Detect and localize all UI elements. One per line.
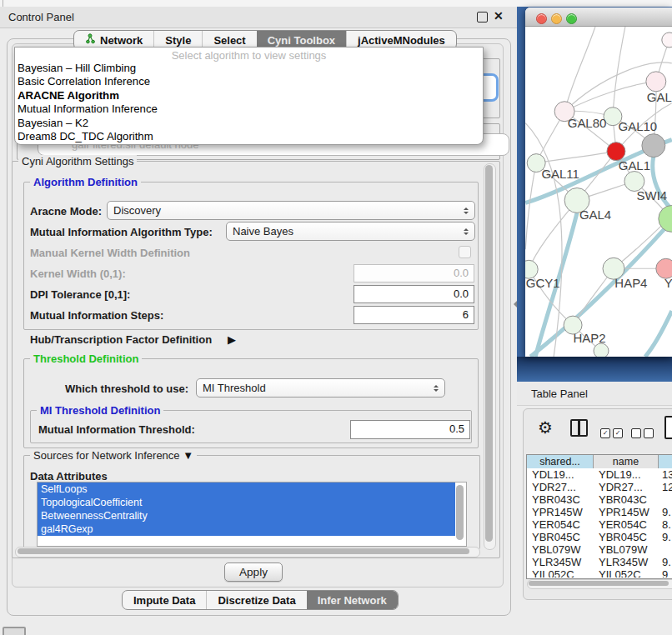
hub-expand-arrow-icon[interactable]: ▶: [228, 333, 236, 346]
which-threshold-label: Which threshold to use:: [65, 382, 188, 395]
close-button[interactable]: [536, 13, 547, 24]
network-node-gal[interactable]: [646, 72, 666, 92]
algorithm-item-basic-correlation-inference[interactable]: Basic Correlation Inference: [18, 75, 480, 88]
table-cell: YDL19...: [527, 468, 594, 481]
node-label-y: Y: [664, 276, 672, 290]
kernel-width-field[interactable]: 0.0: [354, 264, 474, 282]
network-edge[interactable]: [564, 27, 595, 112]
desktop-shade: [517, 357, 672, 382]
mi-type-label: Mutual Information Algorithm Type:: [30, 226, 213, 238]
algorithm-item-bayesian-hill-climbing[interactable]: Bayesian – Hill Climbing: [18, 62, 480, 75]
tab-infer-network[interactable]: Infer Network: [307, 591, 398, 609]
minimize-button[interactable]: [551, 13, 562, 24]
network-window-titlebar[interactable]: [525, 8, 672, 27]
network-node[interactable]: [642, 134, 665, 158]
table-row[interactable]: YDR27...YDR27...12: [527, 481, 672, 493]
column-header-a[interactable]: A: [659, 455, 672, 468]
column-header-name[interactable]: name: [594, 455, 659, 468]
node-table-body: YDL19...YDL19...13YDR27...YDR27...12YBR0…: [527, 468, 672, 578]
table-horizontal-scrollbar-thumb[interactable]: [529, 581, 669, 586]
network-edge[interactable]: [613, 27, 625, 117]
attribute-item-selfloops[interactable]: SelfLoops: [38, 482, 455, 496]
minimized-panel-icon[interactable]: [3, 627, 26, 635]
split-view-icon[interactable]: [570, 419, 588, 437]
zoom-button[interactable]: [566, 13, 577, 24]
table-cell: YBL079W: [594, 543, 659, 556]
app-root: Control Panel ✕ galFiltered.sif default …: [0, 0, 672, 635]
table-cell: YPR145W: [527, 506, 594, 518]
column-header-shared-[interactable]: shared...: [527, 455, 594, 468]
manual-kernel-checkbox[interactable]: [459, 246, 471, 258]
attribute-item-betweennesscentrality[interactable]: BetweennessCentrality: [38, 509, 455, 522]
tab-impute-data[interactable]: Impute Data: [123, 591, 206, 609]
sources-collapse-arrow-icon[interactable]: ▼: [183, 449, 193, 462]
attribute-item-gal4rgexp[interactable]: gal4RGexp: [38, 522, 455, 536]
network-canvas[interactable]: GALGAL80GAL10GAL1GAL11SWI4GAL4GCY1HAP4YH…: [525, 27, 672, 357]
data-attributes-list[interactable]: SelfLoopsTopologicalCoefficientBetweenne…: [37, 482, 467, 547]
table-row[interactable]: YDL19...YDL19...13: [527, 468, 672, 481]
table-row[interactable]: YBR045CYBR045C9.: [527, 531, 672, 543]
attributes-list-scrollbar-thumb[interactable]: [456, 485, 464, 540]
dpi-tolerance-label: DPI Tolerance [0,1]:: [30, 288, 130, 301]
tab-jactivemnodules-label: jActiveMNodules: [358, 34, 445, 47]
table-row[interactable]: YBL079WYBL079W: [527, 543, 672, 556]
algorithm-item-bayesian-k2[interactable]: Bayesian – K2: [18, 117, 480, 130]
table-cell: 12: [659, 481, 672, 493]
table-panel-titlebar: Table Panel: [517, 382, 672, 406]
settings-vertical-scrollbar-thumb[interactable]: [485, 165, 493, 542]
dpi-tolerance-field[interactable]: 0.0: [354, 285, 474, 303]
aracne-mode-label: Aracne Mode:: [30, 205, 102, 218]
which-threshold-combo[interactable]: MI Threshold: [196, 378, 445, 398]
stepper-arrows-icon: [464, 208, 469, 214]
table-cell: 13: [659, 468, 672, 481]
table-panel-title: Table Panel: [517, 388, 588, 400]
splitter-collapse-arrow-icon[interactable]: [510, 301, 517, 308]
table-row[interactable]: YLR345WYLR345W9.: [527, 556, 672, 568]
gear-icon[interactable]: ⚙: [538, 418, 553, 438]
table-row[interactable]: YPR145WYPR145W9.: [527, 506, 672, 518]
network-edge[interactable]: [564, 82, 656, 112]
table-cell: 9.: [659, 556, 672, 568]
kernel-width-label: Kernel Width (0,1):: [30, 268, 126, 280]
settings-horizontal-scrollbar-thumb[interactable]: [18, 548, 469, 554]
unchecked-columns-icon[interactable]: [631, 423, 654, 438]
stepper-arrows-icon: [464, 228, 469, 235]
node-label-gal11: GAL11: [541, 167, 579, 181]
mi-threshold-field[interactable]: 0.5: [350, 420, 470, 439]
table-row[interactable]: YIL052CYIL052C9: [527, 568, 672, 578]
table-row[interactable]: YBR043CYBR043C: [527, 493, 672, 506]
network-edge[interactable]: [525, 163, 536, 250]
aracne-mode-combo[interactable]: Discovery: [107, 201, 475, 220]
document-icon[interactable]: [664, 416, 672, 439]
top-strip-divider: [3, 0, 3, 7]
network-node[interactable]: [594, 343, 609, 357]
table-cell: YDR27...: [527, 481, 594, 493]
network-window[interactable]: GALGAL80GAL10GAL1GAL11SWI4GAL4GCY1HAP4YH…: [525, 8, 672, 357]
mi-type-value: Naive Bayes: [233, 225, 464, 238]
mi-type-combo[interactable]: Naive Bayes: [226, 222, 475, 241]
manual-kernel-label: Manual Kernel Width Definition: [30, 247, 190, 259]
algorithm-popup-placeholder: Select algorithm to view settings: [15, 49, 483, 62]
float-icon[interactable]: [477, 12, 488, 22]
table-row[interactable]: YER054CYER054C8.: [527, 518, 672, 531]
network-node[interactable]: [659, 205, 672, 232]
cyni-algorithm-settings-title: Cyni Algorithm Settings: [18, 155, 137, 168]
network-node[interactable]: [662, 32, 672, 48]
apply-button[interactable]: Apply: [224, 562, 283, 582]
network-edge[interactable]: [645, 311, 672, 357]
algorithm-item-mutual-information-inference[interactable]: Mutual Information Inference: [18, 102, 480, 116]
node-label-gal: GAL: [647, 90, 672, 104]
mi-threshold-label: Mutual Information Threshold:: [38, 423, 195, 436]
algorithm-item-aracne-algorithm[interactable]: ARACNE Algorithm: [18, 89, 480, 102]
hub-definition-label: Hub/Transcription Factor Definition: [30, 333, 212, 346]
attribute-item-topologicalcoefficient[interactable]: TopologicalCoefficient: [38, 496, 455, 509]
tab-select-label: Select: [213, 34, 245, 47]
aracne-mode-value: Discovery: [113, 204, 464, 217]
tab-style-label: Style: [165, 34, 191, 47]
tab-discretize-data[interactable]: Discretize Data: [206, 591, 306, 609]
checked-columns-icon[interactable]: ✓✓: [600, 423, 623, 438]
algorithm-item-dream8-dc-tdc-algorithm[interactable]: Dream8 DC_TDC Algorithm: [18, 130, 480, 143]
table-cell: YPR145W: [594, 506, 659, 518]
close-icon[interactable]: ✕: [494, 9, 504, 22]
mi-steps-field[interactable]: 6: [354, 306, 474, 324]
